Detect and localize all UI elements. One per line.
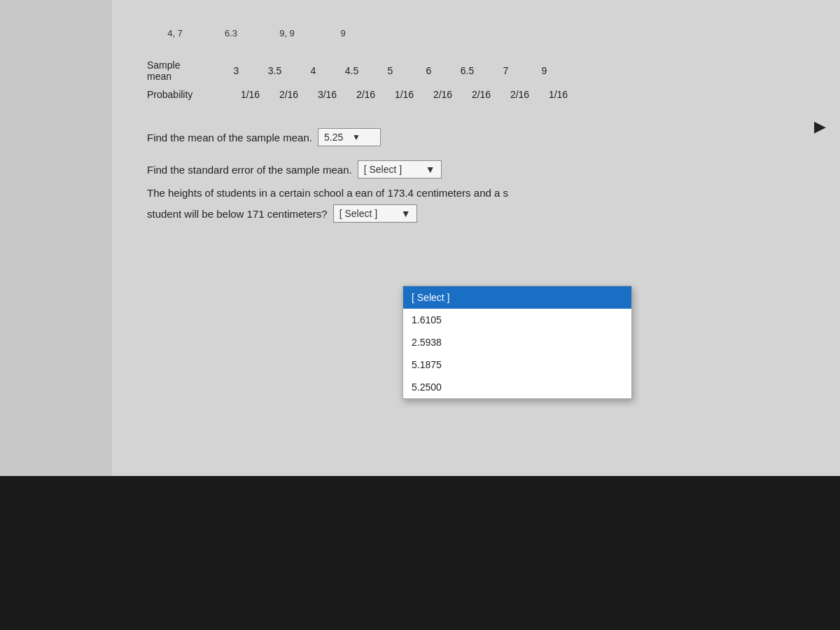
sample-label-line1: Sample — [147, 59, 217, 71]
dropdown-item-select[interactable]: [ Select ] — [403, 286, 631, 309]
main-content: 4, 7 6.3 9, 9 9 Sample mean 3 3.5 4 4.5 … — [112, 0, 840, 476]
truncated-col4: 9 — [315, 28, 371, 38]
prob-val-2: 3/16 — [308, 89, 346, 100]
sample-val-8: 9 — [525, 65, 564, 76]
left-sidebar — [0, 0, 112, 476]
student-row: student will be below 171 centimeters? [… — [147, 204, 805, 223]
probability-label: Probability — [147, 89, 231, 100]
dropdown-item-2[interactable]: 2.5938 — [403, 331, 631, 354]
dropdown-item-1[interactable]: 1.6105 — [403, 309, 631, 331]
truncated-col2: 6.3 — [203, 28, 259, 38]
prob-val-7: 2/16 — [500, 89, 539, 100]
prob-val-3: 2/16 — [346, 89, 385, 100]
sample-val-1: 3.5 — [255, 65, 294, 76]
dark-bottom-area — [0, 476, 840, 630]
find-mean-row: Find the mean of the sample mean. 5.25 ▼ — [147, 128, 805, 146]
probability-row: Probability 1/16 2/16 3/16 2/16 1/16 2/1… — [147, 89, 805, 100]
heights-text-before: The heights of students in a certain sch… — [147, 187, 353, 199]
dropdown-item-4[interactable]: 5.2500 — [403, 376, 631, 398]
heights-row: The heights of students in a certain sch… — [147, 187, 805, 199]
find-std-error-select[interactable]: [ Select ] ▼ — [358, 160, 442, 178]
sample-val-3: 4.5 — [332, 65, 371, 76]
student-select[interactable]: [ Select ] ▼ — [333, 204, 417, 223]
prob-val-8: 1/16 — [539, 89, 578, 100]
prob-val-0: 1/16 — [231, 89, 270, 100]
sample-mean-row: Sample mean 3 3.5 4 4.5 5 6 6.5 7 9 — [147, 59, 805, 82]
find-mean-select[interactable]: 5.25 ▼ — [318, 128, 381, 146]
truncated-col1: 4, 7 — [147, 28, 203, 38]
student-question-text: student will be below 171 centimeters? — [147, 208, 328, 220]
prob-val-4: 1/16 — [385, 89, 424, 100]
sample-val-7: 7 — [486, 65, 525, 76]
sample-val-0: 3 — [217, 65, 255, 76]
sample-label-line2: mean — [147, 71, 217, 82]
sample-val-2: 4 — [294, 65, 332, 76]
find-std-error-question: Find the standard error of the sample me… — [147, 164, 352, 176]
student-select-chevron: ▼ — [401, 208, 411, 219]
truncated-col3: 9, 9 — [259, 28, 315, 38]
prob-val-1: 2/16 — [270, 89, 308, 100]
prob-val-5: 2/16 — [424, 89, 462, 100]
sample-val-5: 6 — [410, 65, 448, 76]
dropdown-item-3[interactable]: 5.1875 — [403, 354, 631, 376]
sample-val-4: 5 — [371, 65, 410, 76]
dropdown-menu[interactable]: [ Select ] 1.6105 2.5938 5.1875 5.2500 — [402, 286, 632, 399]
find-std-placeholder: [ Select ] — [364, 164, 402, 175]
heights-text-after: ean of 173.4 centimeters and a s — [356, 187, 508, 199]
find-std-chevron: ▼ — [426, 164, 435, 175]
find-mean-value: 5.25 — [324, 132, 343, 143]
sample-val-6: 6.5 — [448, 65, 486, 76]
prob-val-6: 2/16 — [462, 89, 500, 100]
truncated-row: 4, 7 6.3 9, 9 9 — [147, 28, 805, 38]
find-mean-chevron: ▼ — [352, 132, 360, 142]
find-mean-question: Find the mean of the sample mean. — [147, 132, 312, 144]
sample-mean-label: Sample mean — [147, 59, 217, 82]
cursor-arrow: ▶ — [814, 118, 826, 136]
probability-values: 1/16 2/16 3/16 2/16 1/16 2/16 2/16 2/16 … — [231, 89, 578, 100]
sample-mean-values: 3 3.5 4 4.5 5 6 6.5 7 9 — [217, 65, 564, 76]
student-select-placeholder: [ Select ] — [340, 208, 377, 219]
find-std-error-row: Find the standard error of the sample me… — [147, 160, 805, 178]
